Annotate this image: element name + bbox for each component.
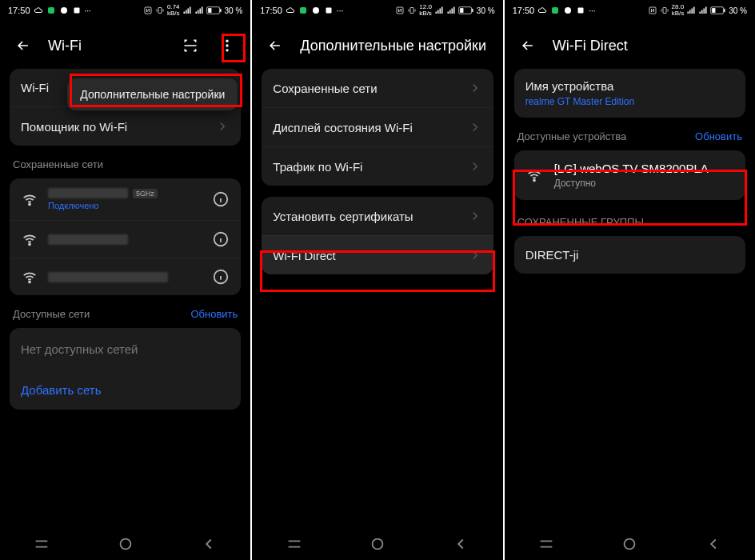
wifi-5g-icon xyxy=(21,190,38,208)
svg-point-19 xyxy=(313,7,319,14)
info-icon[interactable] xyxy=(212,268,230,286)
battery-icon xyxy=(206,6,222,15)
app2-icon xyxy=(563,6,573,15)
wifi-lock-icon xyxy=(21,268,38,286)
svg-rect-25 xyxy=(460,8,463,13)
section-saved-nets: Сохраненные сети xyxy=(10,157,241,178)
network-row[interactable] xyxy=(10,258,241,295)
status-bar: 17:50 ··· 12.0 kB/s 30 % xyxy=(252,0,502,21)
status-bar: 17:50 ··· 0.74 kB/s xyxy=(0,0,250,21)
nfc-icon xyxy=(648,6,657,15)
info-icon[interactable] xyxy=(212,190,230,208)
svg-rect-33 xyxy=(724,9,725,12)
vibrate-icon xyxy=(155,6,165,15)
section-label: Доступные устройства xyxy=(517,130,627,142)
battery-icon xyxy=(710,6,726,15)
wifi-icon xyxy=(525,166,543,184)
card-saved-groups: DIRECT-ji xyxy=(514,236,745,274)
back-button[interactable] xyxy=(11,34,35,58)
device-status: Доступно xyxy=(554,178,734,189)
qr-scan-button[interactable] xyxy=(178,34,202,58)
svg-point-28 xyxy=(565,7,571,14)
svg-rect-18 xyxy=(300,7,306,14)
dropdown-item-advanced[interactable]: Дополнительные настройки xyxy=(80,88,225,101)
no-networks-text: Нет доступных сетей xyxy=(10,328,241,370)
svg-rect-2 xyxy=(74,8,79,14)
navbar xyxy=(252,528,502,560)
content: Сохраненные сети Дисплей состояния Wi-Fi… xyxy=(252,69,502,528)
device-row[interactable]: [LG] webOS TV SM8200PLA Доступно xyxy=(514,150,745,200)
svg-rect-29 xyxy=(578,8,584,14)
section-label: Доступные сети xyxy=(13,308,90,320)
nav-back-button[interactable] xyxy=(703,534,724,554)
nav-back-button[interactable] xyxy=(450,534,471,554)
more-menu-button[interactable] xyxy=(215,34,239,58)
device-name-value: realme GT Master Edition xyxy=(525,96,635,107)
svg-rect-24 xyxy=(472,9,473,12)
network-row[interactable]: 5GHz Подключено xyxy=(10,178,241,220)
row-group[interactable]: DIRECT-ji xyxy=(514,236,745,274)
section-label: Сохраненные сети xyxy=(13,158,103,170)
battery-percent: 30 % xyxy=(225,6,243,15)
nav-home-button[interactable] xyxy=(115,534,136,554)
section-available-nets: Доступные сети Обновить xyxy=(10,306,241,328)
row-label: Имя устройства xyxy=(525,79,614,93)
info-icon[interactable] xyxy=(212,230,230,248)
nav-back-button[interactable] xyxy=(198,534,219,554)
phone-screen-3: 17:50 ··· 28.0 kB/s 30 % Wi-Fi Direct xyxy=(505,0,755,560)
page-title: Wi-Fi Direct xyxy=(553,38,628,54)
vibrate-icon xyxy=(660,6,669,15)
cloud-icon xyxy=(286,6,295,15)
app3-icon xyxy=(324,6,334,15)
svg-point-35 xyxy=(533,180,535,182)
network-row[interactable] xyxy=(10,220,241,258)
status-time: 17:50 xyxy=(8,6,30,15)
app2-icon xyxy=(311,6,321,15)
row-install-certs[interactable]: Установить сертификаты xyxy=(262,197,493,235)
back-button[interactable] xyxy=(263,34,287,58)
status-more: ··· xyxy=(589,6,595,15)
signal2-icon xyxy=(446,6,456,15)
back-button[interactable] xyxy=(516,34,540,58)
svg-rect-27 xyxy=(552,7,558,14)
add-network-link[interactable]: Добавить сеть xyxy=(10,370,241,410)
content: Wi-Fi Помощник по Wi-Fi Сохраненные сети xyxy=(0,69,250,528)
status-more: ··· xyxy=(85,6,91,15)
nav-recent-button[interactable] xyxy=(31,534,52,554)
battery-percent: 30 % xyxy=(729,6,747,15)
nav-recent-button[interactable] xyxy=(284,534,305,554)
row-device-name[interactable]: Имя устройства realme GT Master Edition xyxy=(514,69,745,118)
nav-home-button[interactable] xyxy=(367,534,388,554)
chevron-right-icon xyxy=(468,120,482,134)
signal-icon xyxy=(434,6,444,15)
row-label: Wi-Fi Direct xyxy=(273,249,467,262)
chevron-right-icon xyxy=(468,209,482,223)
card-saved-networks: 5GHz Подключено xyxy=(10,178,241,295)
row-label: Трафик по Wi-Fi xyxy=(273,160,467,174)
svg-rect-31 xyxy=(663,8,666,14)
row-traffic[interactable]: Трафик по Wi-Fi xyxy=(262,146,493,186)
chevron-right-icon xyxy=(468,159,482,174)
navbar xyxy=(505,528,755,560)
app1-icon xyxy=(550,6,560,15)
content: Имя устройства realme GT Master Edition … xyxy=(505,69,755,528)
navbar xyxy=(0,528,250,560)
ssid-blurred xyxy=(48,272,168,282)
chevron-right-icon xyxy=(468,81,482,95)
chevron-right-icon xyxy=(215,119,230,134)
phone-screen-2: 17:50 ··· 12.0 kB/s 30 % Дополнитель xyxy=(252,0,502,560)
nav-recent-button[interactable] xyxy=(536,534,557,554)
nav-home-button[interactable] xyxy=(619,534,640,554)
battery-percent: 30 % xyxy=(477,6,495,15)
row-wifi-assistant[interactable]: Помощник по Wi-Fi xyxy=(10,106,241,146)
row-display-status[interactable]: Дисплей состояния Wi-Fi xyxy=(262,107,493,146)
signal2-icon xyxy=(698,6,708,15)
row-label: Установить сертификаты xyxy=(273,210,467,223)
refresh-link[interactable]: Обновить xyxy=(695,130,742,142)
refresh-link[interactable]: Обновить xyxy=(190,308,238,320)
cloud-icon xyxy=(537,6,547,15)
row-wifi-direct[interactable]: Wi-Fi Direct xyxy=(262,235,493,274)
row-saved-networks[interactable]: Сохраненные сети xyxy=(262,69,493,107)
signal2-icon xyxy=(194,6,204,15)
freq-badge: 5GHz xyxy=(133,189,158,198)
